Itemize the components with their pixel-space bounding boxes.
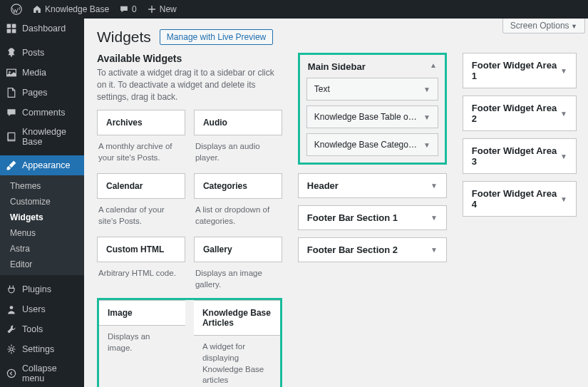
chevron-down-icon: ▼ <box>423 113 430 121</box>
available-heading: Available Widgets <box>97 53 282 64</box>
svg-point-6 <box>9 71 10 73</box>
dashboard-icon <box>6 23 17 34</box>
sidebar-widget-item[interactable]: Knowledge Base Categories: Kno...▼ <box>306 133 438 156</box>
available-widgets-column: Available Widgets To activate a widget d… <box>97 53 282 387</box>
widget-desc: Displays an image gallery. <box>194 262 282 300</box>
widget-desc: A widget for displaying Knowledge Base a… <box>194 336 280 387</box>
chevron-down-icon: ▼ <box>560 67 567 75</box>
widget-calendar[interactable]: Calendar <box>97 173 185 199</box>
widget-desc: A calendar of your site's Posts. <box>97 199 185 237</box>
brush-icon <box>6 160 17 171</box>
widget-categories[interactable]: Categories <box>194 173 282 199</box>
widget-areas-column: Main Sidebar ▲ Text▼Knowledge Base Table… <box>298 53 447 387</box>
widget-archives[interactable]: Archives <box>97 110 185 135</box>
pin-icon <box>6 47 17 58</box>
widget-area-footer-widget-area-1[interactable]: Footer Widget Area 1▼ <box>463 53 577 88</box>
widget-area-footer-bar-section-1[interactable]: Footer Bar Section 1▼ <box>298 205 447 230</box>
new-link[interactable]: New <box>142 0 182 19</box>
wrench-icon <box>6 324 17 335</box>
widget-image[interactable]: Image <box>99 300 185 326</box>
widget-desc: Arbitrary HTML code. <box>97 262 185 289</box>
comment-icon <box>119 4 129 14</box>
comments-link[interactable]: 0 <box>114 0 142 19</box>
widget-desc: A list or dropdown of categories. <box>194 199 282 237</box>
site-name: Knowledge Base <box>45 4 109 14</box>
menu-dashboard[interactable]: Dashboard <box>0 19 84 38</box>
book-icon <box>6 131 17 143</box>
collapse-icon <box>6 368 17 379</box>
media-icon <box>6 67 17 78</box>
chevron-down-icon: ▼ <box>423 86 430 93</box>
admin-sidebar: DashboardPostsMediaPagesCommentsKnowledg… <box>0 19 84 387</box>
live-preview-button[interactable]: Manage with Live Preview <box>160 29 273 45</box>
widget-area-footer-widget-area-4[interactable]: Footer Widget Area 4▼ <box>463 181 577 217</box>
widget-area-footer-bar-section-2[interactable]: Footer Bar Section 2▼ <box>298 237 447 262</box>
chevron-down-icon: ▼ <box>430 214 438 222</box>
wp-logo[interactable] <box>6 0 27 19</box>
chevron-down-icon: ▼ <box>430 246 438 254</box>
gear-icon <box>6 344 17 355</box>
highlighted-widgets: ImageDisplays an image.Knowledge Base Ar… <box>97 298 282 387</box>
home-icon <box>32 4 42 14</box>
chevron-down-icon: ▼ <box>560 110 567 118</box>
widget-area-footer-widget-area-3[interactable]: Footer Widget Area 3▼ <box>463 138 577 174</box>
chevron-down-icon: ▼ <box>560 195 567 203</box>
widget-desc: Displays an audio player. <box>194 135 282 173</box>
widget-gallery[interactable]: Gallery <box>194 237 282 262</box>
plug-icon <box>6 284 17 295</box>
menu-plugins[interactable]: Plugins <box>0 279 84 299</box>
menu-collapse-menu[interactable]: Collapse menu <box>0 359 84 387</box>
site-link[interactable]: Knowledge Base <box>27 0 114 19</box>
comment-count: 0 <box>132 4 137 14</box>
menu-posts[interactable]: Posts <box>0 43 84 63</box>
svg-point-8 <box>10 348 13 351</box>
comment-icon <box>6 107 17 118</box>
widget-area-header[interactable]: Header▼ <box>298 173 447 198</box>
plus-icon <box>147 4 157 14</box>
user-icon <box>6 304 17 315</box>
wordpress-icon <box>11 4 22 15</box>
widget-area-footer-widget-area-2[interactable]: Footer Widget Area 2▼ <box>463 96 577 131</box>
new-label: New <box>160 4 177 14</box>
menu-appearance[interactable]: Appearance <box>0 155 84 175</box>
svg-rect-4 <box>12 29 16 33</box>
svg-point-9 <box>7 369 15 377</box>
main-sidebar-area: Main Sidebar ▲ Text▼Knowledge Base Table… <box>298 53 447 165</box>
widget-audio[interactable]: Audio <box>194 110 282 135</box>
menu-settings[interactable]: Settings <box>0 339 84 359</box>
content-area: Screen Options Widgets Manage with Live … <box>84 19 588 387</box>
widget-desc: A monthly archive of your site's Posts. <box>97 135 185 173</box>
widget-desc: Displays an image. <box>99 326 185 363</box>
widget-custom-html[interactable]: Custom HTML <box>97 237 185 262</box>
admin-toolbar: Knowledge Base 0 New <box>0 0 588 19</box>
chevron-down-icon: ▼ <box>423 141 430 149</box>
chevron-down-icon: ▼ <box>430 182 438 190</box>
submenu-widgets[interactable]: Widgets <box>0 210 84 225</box>
chevron-up-icon: ▲ <box>430 61 437 72</box>
submenu-themes[interactable]: Themes <box>0 178 84 194</box>
menu-media[interactable]: Media <box>0 63 84 83</box>
sidebar-widget-item[interactable]: Text▼ <box>306 78 438 100</box>
svg-rect-1 <box>7 24 11 29</box>
menu-comments[interactable]: Comments <box>0 103 84 123</box>
page-icon <box>6 87 17 98</box>
menu-knowledge-base[interactable]: Knowledge Base <box>0 123 84 151</box>
submenu-customize[interactable]: Customize <box>0 194 84 210</box>
menu-users[interactable]: Users <box>0 299 84 319</box>
widget-knowledge-base-articles[interactable]: Knowledge Base Articles <box>194 300 280 336</box>
submenu-editor[interactable]: Editor <box>0 257 84 272</box>
chevron-down-icon: ▼ <box>560 153 567 160</box>
menu-tools[interactable]: Tools <box>0 319 84 339</box>
footer-areas-column: Footer Widget Area 1▼Footer Widget Area … <box>463 53 577 387</box>
submenu-astra[interactable]: Astra <box>0 241 84 257</box>
svg-rect-3 <box>7 29 11 33</box>
appearance-submenu: ThemesCustomizeWidgetsMenusAstraEditor <box>0 175 84 275</box>
screen-options-tab[interactable]: Screen Options <box>502 19 585 33</box>
menu-pages[interactable]: Pages <box>0 83 84 103</box>
svg-point-7 <box>10 306 14 309</box>
main-sidebar-header[interactable]: Main Sidebar ▲ <box>306 59 438 78</box>
available-desc: To activate a widget drag it to a sideba… <box>97 67 282 103</box>
svg-rect-2 <box>12 24 16 29</box>
sidebar-widget-item[interactable]: Knowledge Base Table of Content...▼ <box>306 105 438 128</box>
submenu-menus[interactable]: Menus <box>0 225 84 241</box>
